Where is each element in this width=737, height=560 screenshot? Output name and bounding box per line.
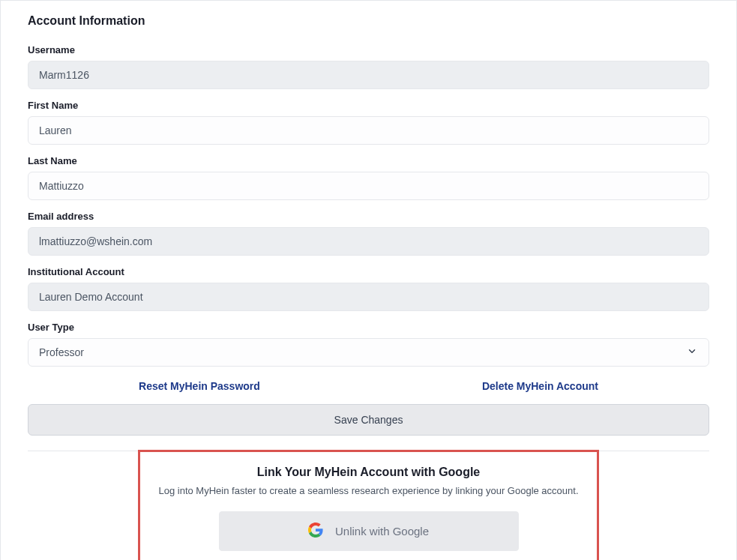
google-link-title: Link Your MyHein Account with Google — [155, 466, 582, 479]
first-name-group: First Name — [28, 100, 709, 145]
last-name-group: Last Name — [28, 155, 709, 200]
username-group: Username — [28, 44, 709, 89]
user-type-select-wrapper: Professor — [28, 338, 709, 367]
user-type-select[interactable]: Professor — [28, 338, 709, 367]
google-link-section: Link Your MyHein Account with Google Log… — [138, 450, 599, 560]
section-title: Account Information — [28, 14, 709, 28]
first-name-field[interactable] — [28, 116, 709, 145]
account-info-panel: Account Information Username First Name … — [0, 0, 737, 560]
email-field — [28, 227, 709, 256]
unlink-google-button[interactable]: Unlink with Google — [219, 511, 519, 551]
last-name-field[interactable] — [28, 172, 709, 200]
account-actions-row: Reset MyHein Password Delete MyHein Acco… — [28, 380, 709, 392]
first-name-label: First Name — [28, 100, 709, 111]
institutional-account-label: Institutional Account — [28, 266, 709, 277]
last-name-label: Last Name — [28, 155, 709, 166]
email-group: Email address — [28, 211, 709, 256]
institutional-account-group: Institutional Account — [28, 266, 709, 311]
user-type-group: User Type Professor — [28, 322, 709, 367]
unlink-google-label: Unlink with Google — [335, 525, 429, 538]
google-icon — [308, 523, 323, 540]
google-link-description: Log into MyHein faster to create a seaml… — [155, 485, 582, 496]
institutional-account-field — [28, 283, 709, 311]
delete-account-link[interactable]: Delete MyHein Account — [482, 380, 598, 392]
username-field — [28, 61, 709, 89]
save-changes-button[interactable]: Save Changes — [28, 404, 709, 436]
user-type-label: User Type — [28, 322, 709, 333]
reset-password-link[interactable]: Reset MyHein Password — [139, 380, 260, 392]
email-label: Email address — [28, 211, 709, 222]
username-label: Username — [28, 44, 709, 55]
